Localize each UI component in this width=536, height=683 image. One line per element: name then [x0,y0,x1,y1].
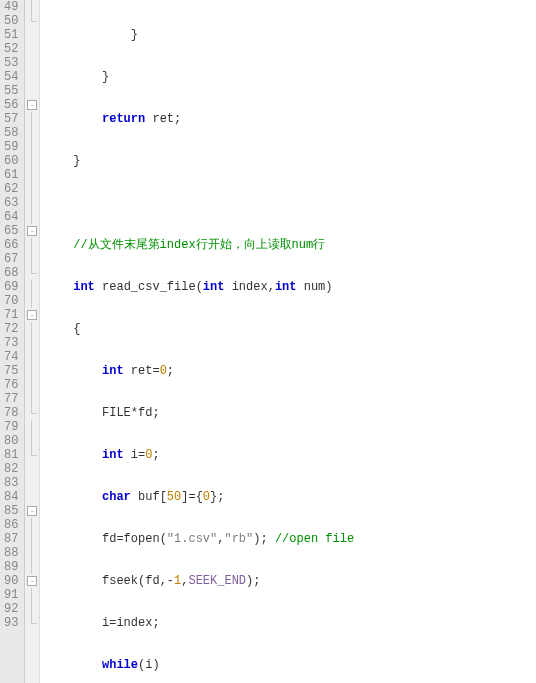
code-line: { [44,322,447,336]
line-number: 73 [4,336,18,350]
fold-collapse-icon[interactable]: - [27,100,37,110]
line-number: 57 [4,112,18,126]
code-line: int ret=0; [44,364,447,378]
fold-mark[interactable] [25,616,39,630]
line-number: 70 [4,294,18,308]
fold-mark[interactable] [25,378,39,392]
line-number: 49 [4,0,18,14]
fold-collapse-icon[interactable]: - [27,310,37,320]
fold-mark[interactable] [25,322,39,336]
line-number: 91 [4,588,18,602]
fold-mark[interactable] [25,462,39,476]
line-number: 82 [4,462,18,476]
line-number: 64 [4,210,18,224]
fold-mark[interactable] [25,560,39,574]
fold-mark[interactable] [25,420,39,434]
fold-gutter[interactable]: ----- [25,0,40,683]
line-number: 50 [4,14,18,28]
line-number: 85 [4,504,18,518]
fold-collapse-icon[interactable]: - [27,576,37,586]
code-line: char buf[50]={0}; [44,490,447,504]
fold-mark[interactable] [25,588,39,602]
fold-mark[interactable] [25,112,39,126]
fold-mark[interactable] [25,602,39,616]
fold-mark[interactable] [25,294,39,308]
line-number: 62 [4,182,18,196]
fold-mark[interactable] [25,350,39,364]
code-line: fseek(fd,-1,SEEK_END); [44,574,447,588]
line-number: 80 [4,434,18,448]
fold-mark[interactable] [25,336,39,350]
line-number: 87 [4,532,18,546]
fold-mark[interactable] [25,28,39,42]
line-number: 52 [4,42,18,56]
fold-mark[interactable] [25,0,39,14]
fold-mark[interactable] [25,154,39,168]
fold-mark[interactable] [25,84,39,98]
fold-mark[interactable] [25,56,39,70]
code-line: } [44,154,447,168]
line-number: 51 [4,28,18,42]
fold-mark[interactable] [25,14,39,28]
fold-mark[interactable] [25,434,39,448]
code-line: FILE*fd; [44,406,447,420]
line-number: 60 [4,154,18,168]
fold-mark[interactable] [25,532,39,546]
line-number: 71 [4,308,18,322]
line-number: 68 [4,266,18,280]
code-line: int read_csv_file(int index,int num) [44,280,447,294]
line-number: 89 [4,560,18,574]
fold-mark[interactable] [25,196,39,210]
fold-mark[interactable] [25,126,39,140]
line-number: 90 [4,574,18,588]
line-number-gutter: 4950515253545556575859606162636465666768… [0,0,25,683]
fold-mark[interactable] [25,182,39,196]
code-line: int i=0; [44,448,447,462]
fold-mark[interactable] [25,280,39,294]
fold-mark[interactable] [25,364,39,378]
code-line: while(i) [44,658,447,672]
line-number: 93 [4,616,18,630]
fold-mark[interactable] [25,252,39,266]
line-number: 92 [4,602,18,616]
fold-mark[interactable] [25,168,39,182]
fold-mark[interactable] [25,238,39,252]
code-area[interactable]: } } return ret; } //从文件末尾第index行开始，向上读取n… [40,0,447,683]
fold-mark[interactable] [25,266,39,280]
fold-mark[interactable]: - [25,574,39,588]
fold-mark[interactable] [25,406,39,420]
fold-mark[interactable] [25,42,39,56]
fold-collapse-icon[interactable]: - [27,226,37,236]
code-line: return ret; [44,112,447,126]
line-number: 88 [4,546,18,560]
line-number: 77 [4,392,18,406]
fold-mark[interactable] [25,70,39,84]
line-number: 72 [4,322,18,336]
fold-mark[interactable] [25,518,39,532]
line-number: 61 [4,168,18,182]
fold-mark[interactable] [25,210,39,224]
code-line [44,196,447,210]
line-number: 84 [4,490,18,504]
fold-mark[interactable] [25,140,39,154]
line-number: 69 [4,280,18,294]
fold-mark[interactable]: - [25,308,39,322]
line-number: 67 [4,252,18,266]
fold-mark[interactable]: - [25,224,39,238]
code-line: } [44,70,447,84]
code-line: i=index; [44,616,447,630]
fold-mark[interactable] [25,490,39,504]
line-number: 53 [4,56,18,70]
fold-mark[interactable]: - [25,98,39,112]
line-number: 74 [4,350,18,364]
fold-mark[interactable] [25,392,39,406]
code-line: } [44,28,447,42]
line-number: 58 [4,126,18,140]
line-number: 55 [4,84,18,98]
fold-mark[interactable] [25,448,39,462]
fold-mark[interactable] [25,546,39,560]
code-editor: 4950515253545556575859606162636465666768… [0,0,536,683]
fold-mark[interactable]: - [25,504,39,518]
fold-collapse-icon[interactable]: - [27,506,37,516]
fold-mark[interactable] [25,476,39,490]
